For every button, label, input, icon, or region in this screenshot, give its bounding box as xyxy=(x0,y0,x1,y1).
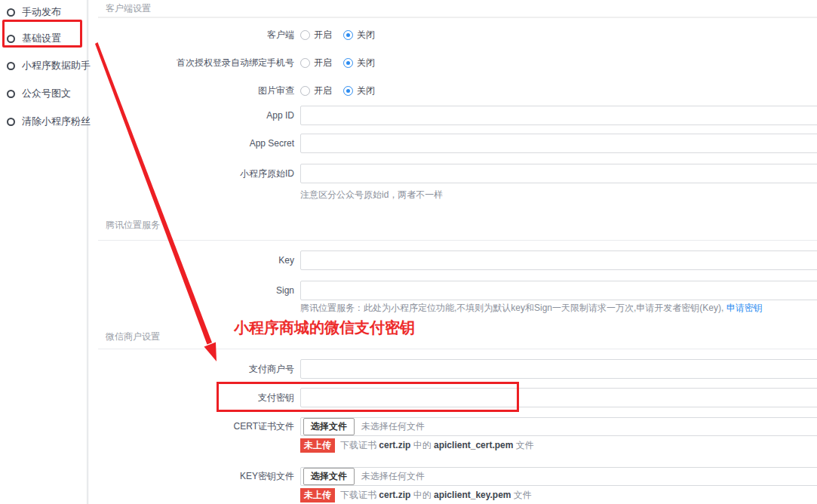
circle-icon xyxy=(7,8,15,17)
radio-icon[interactable] xyxy=(343,30,353,40)
radio-label: 关闭 xyxy=(357,57,375,69)
cert-file-hint: 下载证书 cert.zip 中的 apiclient_cert.pem 文件 xyxy=(340,439,534,452)
radio-option-on[interactable]: 开启 xyxy=(300,57,332,69)
radio-icon[interactable] xyxy=(343,86,353,96)
circle-icon xyxy=(7,90,15,98)
radio-label: 开启 xyxy=(314,57,332,69)
radio-option-on[interactable]: 开启 xyxy=(300,85,332,97)
sidebar-item-miniprogram-data-assistant[interactable]: 小程序数据助手 xyxy=(7,57,91,74)
location-sign-input[interactable] xyxy=(300,281,817,300)
radio-option-off[interactable]: 关闭 xyxy=(343,29,375,41)
section-divider xyxy=(98,240,817,241)
form-row-key: Key xyxy=(88,250,817,270)
field-label: 小程序原始ID xyxy=(88,167,294,180)
sidebar-item-label: 公众号图文 xyxy=(22,87,71,100)
radio-label: 开启 xyxy=(314,29,332,41)
section-divider xyxy=(98,17,817,18)
app-id-input[interactable] xyxy=(300,106,817,125)
radio-icon[interactable] xyxy=(300,58,310,68)
circle-icon xyxy=(7,62,15,70)
sidebar-item-manual-publish[interactable]: 手动发布 xyxy=(7,4,61,20)
key-file-hint: 下载证书 cert.zip 中的 apiclient_key.pem 文件 xyxy=(340,489,532,502)
radio-label: 关闭 xyxy=(357,85,375,97)
field-label: 首次授权登录自动绑定手机号 xyxy=(88,57,294,69)
sidebar-item-label: 小程序数据助手 xyxy=(22,59,91,72)
pay-merchant-id-input[interactable] xyxy=(300,359,817,379)
field-label: Key xyxy=(88,255,294,266)
cert-file-input[interactable]: 选择文件 未选择任何文件 xyxy=(300,417,817,436)
radio-group-auto-bind-phone: 开启 关闭 xyxy=(300,57,375,69)
annotation-note-pay-secret: 小程序商城的微信支付密钥 xyxy=(234,318,415,338)
circle-icon xyxy=(7,118,15,126)
section-title-tencent-location: 腾讯位置服务 xyxy=(106,219,160,232)
sidebar-item-clear-miniprogram-fans[interactable]: 清除小程序粉丝 xyxy=(7,113,91,130)
radio-label: 开启 xyxy=(314,85,332,97)
radio-icon[interactable] xyxy=(343,58,353,68)
field-label: App Secret xyxy=(88,138,294,149)
not-uploaded-badge: 未上传 xyxy=(300,438,335,453)
circle-icon xyxy=(7,35,15,43)
sidebar-item-label: 清除小程序粉丝 xyxy=(22,115,91,128)
form-row-auto-bind-phone: 首次授权登录自动绑定手机号 开启 关闭 xyxy=(88,54,817,71)
form-row-sign: Sign xyxy=(88,281,817,300)
key-file-input[interactable]: 选择文件 未选择任何文件 xyxy=(300,467,817,486)
field-label: Sign xyxy=(88,285,294,296)
field-label: 支付密钥 xyxy=(88,392,294,404)
form-row-pay-merchant-id: 支付商户号 xyxy=(88,359,817,379)
choose-file-button[interactable]: 选择文件 xyxy=(303,418,355,435)
no-file-chosen-text: 未选择任何文件 xyxy=(361,420,425,433)
form-row-image-review: 图片审查 开启 关闭 xyxy=(88,82,817,99)
location-key-input[interactable] xyxy=(300,250,817,270)
radio-group-image-review: 开启 关闭 xyxy=(300,85,375,97)
key-file-status-row: 未上传 下载证书 cert.zip 中的 apiclient_key.pem 文… xyxy=(300,488,532,502)
radio-icon[interactable] xyxy=(300,86,310,96)
radio-option-off[interactable]: 关闭 xyxy=(343,85,375,97)
field-label: CERT证书文件 xyxy=(88,420,294,433)
not-uploaded-badge: 未上传 xyxy=(300,488,335,502)
sidebar-item-label: 基础设置 xyxy=(22,32,61,45)
choose-file-button[interactable]: 选择文件 xyxy=(303,468,355,485)
form-row-cert-file: CERT证书文件 选择文件 未选择任何文件 xyxy=(88,417,817,436)
location-hint-text: 腾讯位置服务：此处为小程序定位功能,不填则为默认key和Sign一天限制请求一万… xyxy=(300,303,726,313)
cert-file-status-row: 未上传 下载证书 cert.zip 中的 apiclient_cert.pem … xyxy=(300,438,534,453)
field-label: 客户端 xyxy=(88,29,294,41)
mini-original-id-input[interactable] xyxy=(300,164,817,183)
sidebar-item-label: 手动发布 xyxy=(22,5,61,19)
section-title-wechat-merchant: 微信商户设置 xyxy=(106,330,160,343)
app-secret-input[interactable] xyxy=(300,134,817,153)
field-label: KEY密钥文件 xyxy=(88,470,294,483)
location-service-hint: 腾讯位置服务：此处为小程序定位功能,不填则为默认key和Sign一天限制请求一万… xyxy=(300,302,763,315)
mini-original-id-hint: 注意区分公众号原始id，两者不一样 xyxy=(300,189,443,201)
sidebar-item-basic-settings[interactable]: 基础设置 xyxy=(7,30,61,47)
form-row-key-file: KEY密钥文件 选择文件 未选择任何文件 xyxy=(88,467,817,486)
form-row-app-secret: App Secret xyxy=(88,134,817,153)
field-label: App ID xyxy=(88,110,294,121)
field-label: 图片审查 xyxy=(88,85,294,97)
form-row-client-switch: 客户端 开启 关闭 xyxy=(88,26,817,43)
no-file-chosen-text: 未选择任何文件 xyxy=(361,470,425,483)
form-row-mini-original-id: 小程序原始ID xyxy=(88,164,817,183)
form-row-app-id: App ID xyxy=(88,106,817,125)
apply-key-link[interactable]: 申请密钥 xyxy=(726,303,763,313)
section-divider xyxy=(98,349,817,349)
pay-secret-input[interactable] xyxy=(300,388,817,407)
radio-option-on[interactable]: 开启 xyxy=(300,29,332,41)
radio-group-client: 开启 关闭 xyxy=(300,29,375,41)
radio-option-off[interactable]: 关闭 xyxy=(343,57,375,69)
sidebar-item-official-account-articles[interactable]: 公众号图文 xyxy=(7,85,71,102)
radio-label: 关闭 xyxy=(357,29,375,41)
radio-icon[interactable] xyxy=(300,30,310,40)
section-title-client-settings: 客户端设置 xyxy=(106,2,151,15)
form-row-pay-secret: 支付密钥 xyxy=(88,388,817,407)
field-label: 支付商户号 xyxy=(88,363,294,376)
